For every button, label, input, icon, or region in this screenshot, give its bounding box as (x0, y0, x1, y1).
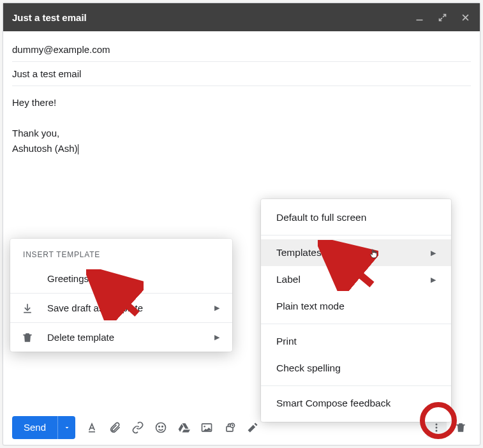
templates-submenu: INSERT TEMPLATE Greetings Save draft as … (10, 239, 232, 352)
svg-point-1 (156, 422, 166, 432)
drive-icon[interactable] (174, 417, 194, 438)
download-icon (20, 301, 34, 315)
menu-smart-compose[interactable]: Smart Compose feedback (261, 390, 451, 417)
link-icon[interactable] (128, 417, 148, 438)
to-field[interactable]: dummy@example.com (12, 38, 471, 62)
compose-fields: dummy@example.com Just a test email (3, 31, 480, 86)
more-options-menu: Default to full screen Templates ▶ Label… (261, 199, 451, 422)
delete-template[interactable]: Delete template ▶ (10, 323, 232, 352)
svg-point-8 (436, 423, 438, 425)
svg-point-2 (159, 426, 160, 427)
menu-check-spelling[interactable]: Check spelling (261, 355, 451, 382)
window-title: Just a test email (12, 12, 413, 23)
svg-point-9 (436, 426, 438, 428)
discard-icon[interactable] (450, 417, 471, 438)
close-button[interactable] (459, 11, 471, 23)
menu-print[interactable]: Print (261, 328, 451, 355)
menu-label[interactable]: Label ▶ (261, 266, 451, 293)
svg-point-3 (162, 426, 163, 427)
emoji-icon[interactable] (151, 417, 171, 438)
body-line: Thank you, (12, 126, 471, 141)
attach-icon[interactable] (105, 417, 125, 438)
save-draft-template[interactable]: Save draft as template ▶ (10, 294, 232, 322)
send-button[interactable]: Send (12, 416, 57, 439)
svg-point-5 (204, 426, 205, 428)
fullscreen-button[interactable] (436, 11, 448, 23)
title-bar: Just a test email (3, 3, 480, 31)
body-line: Ashutosh (Ash) (12, 141, 471, 156)
menu-templates[interactable]: Templates ▶ (261, 239, 451, 266)
text-caret (78, 144, 78, 155)
subject-field[interactable]: Just a test email (12, 62, 471, 86)
confidential-icon[interactable] (219, 417, 240, 438)
chevron-right-icon: ▶ (214, 304, 219, 312)
send-more-button[interactable] (57, 416, 75, 439)
body-line (12, 110, 471, 126)
chevron-right-icon: ▶ (214, 333, 219, 341)
submenu-header: INSERT TEMPLATE (10, 244, 232, 264)
minimize-button[interactable] (413, 11, 425, 23)
svg-point-10 (436, 429, 438, 431)
menu-plain-text[interactable]: Plain text mode (261, 293, 451, 320)
pen-icon[interactable] (242, 417, 263, 438)
svg-rect-0 (416, 19, 422, 20)
template-greetings[interactable]: Greetings (10, 264, 232, 293)
menu-default-fullscreen[interactable]: Default to full screen (261, 204, 451, 231)
trash-icon (20, 331, 34, 345)
chevron-right-icon: ▶ (431, 276, 436, 284)
image-icon[interactable] (197, 417, 217, 438)
body-line: Hey there! (12, 95, 471, 110)
format-icon[interactable] (82, 417, 102, 438)
chevron-right-icon: ▶ (431, 249, 436, 257)
